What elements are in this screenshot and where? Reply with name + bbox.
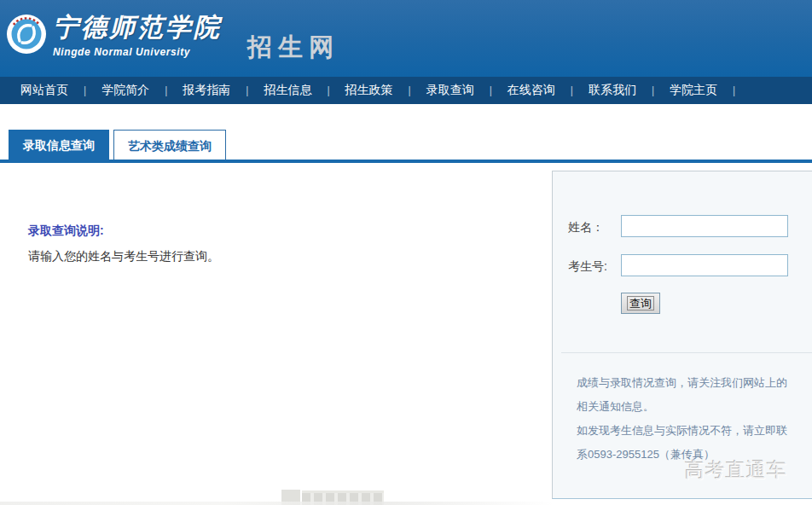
nav-item-admission-info[interactable]: 招生信息 <box>264 83 311 98</box>
university-logo-icon <box>7 15 46 54</box>
panel-divider <box>561 352 812 353</box>
nav-separator: | <box>652 84 654 96</box>
accent-divider <box>0 160 812 163</box>
tab-art-score-query[interactable]: 艺术类成绩查询 <box>113 130 226 160</box>
nav-item-admission-policy[interactable]: 招生政策 <box>345 83 393 98</box>
nav-separator: | <box>165 84 167 96</box>
site-header: 宁德师范学院 Ningde Normal University 招生网 <box>0 0 812 77</box>
nav-separator: | <box>571 84 573 96</box>
candidate-no-label: 考生号: <box>568 259 607 275</box>
photo-ground-strip <box>0 502 554 505</box>
name-input[interactable] <box>621 215 788 237</box>
nav-separator: | <box>327 84 329 96</box>
nav-item-about[interactable]: 学院简介 <box>102 83 149 98</box>
site-title: 招生网 <box>247 31 339 65</box>
tab-admission-info-query[interactable]: 录取信息查询 <box>9 130 109 160</box>
nav-separator: | <box>84 84 86 96</box>
nav-separator: | <box>246 84 248 96</box>
main-nav: 网站首页 | 学院简介 | 报考指南 | 招生信息 | 招生政策 | 录取查询 … <box>0 77 812 104</box>
university-name-en: Ningde Normal University <box>53 46 222 58</box>
nav-item-online-consult[interactable]: 在线咨询 <box>508 83 555 98</box>
university-name-zh: 宁德师范学院 <box>53 10 222 45</box>
panel-notes: 成绩与录取情况查询，请关注我们网站上的相关通知信息。 如发现考生信息与实际情况不… <box>577 371 792 467</box>
query-panel: 姓名： 考生号: 查询 成绩与录取情况查询，请关注我们网站上的相关通知信息。 如… <box>552 171 812 499</box>
query-tabs: 录取信息查询 艺术类成绩查询 <box>9 130 226 160</box>
watermark-text: 高考直通车 <box>685 457 787 484</box>
nav-item-home[interactable]: 网站首页 <box>20 83 68 98</box>
instructions-title: 录取查询说明: <box>28 223 104 239</box>
nav-separator: | <box>490 84 492 96</box>
nav-item-contact[interactable]: 联系我们 <box>589 83 636 98</box>
nav-item-admission-query[interactable]: 录取查询 <box>426 83 474 98</box>
query-submit-button[interactable]: 查询 <box>621 293 660 314</box>
nav-item-apply-guide[interactable]: 报考指南 <box>183 83 230 98</box>
nav-item-college-home[interactable]: 学院主页 <box>670 83 717 98</box>
candidate-no-input[interactable] <box>621 254 788 276</box>
name-label: 姓名： <box>568 220 604 235</box>
instructions-body: 请输入您的姓名与考生号进行查询。 <box>28 249 219 264</box>
nav-separator: | <box>409 84 411 96</box>
nav-separator: | <box>733 84 735 96</box>
brand-block: 宁德师范学院 Ningde Normal University <box>53 10 222 58</box>
query-submit-label: 查询 <box>627 296 654 311</box>
panel-note-1: 成绩与录取情况查询，请关注我们网站上的相关通知信息。 <box>577 371 792 419</box>
